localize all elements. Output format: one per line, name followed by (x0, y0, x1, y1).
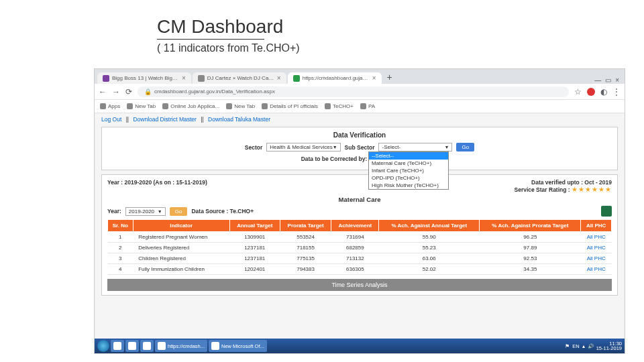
taskbar-app[interactable]: New Microsoft Of... (209, 340, 267, 352)
taskbar-app[interactable] (111, 340, 124, 352)
powerpoint-icon (211, 342, 219, 350)
dropdown-option[interactable]: --Select-- (369, 152, 448, 160)
tab-label: Bigg Boss 13 | Watch Bigg Boss (112, 75, 179, 81)
bookmark-item[interactable]: New Tab (226, 103, 255, 109)
logout-link[interactable]: Log Out (101, 116, 121, 123)
col-header: Achievement (331, 220, 379, 232)
extension-icon[interactable] (587, 88, 595, 96)
reload-icon[interactable]: ⟳ (125, 87, 132, 97)
bookmark-item[interactable]: Details of PI officials (262, 103, 318, 109)
close-icon[interactable]: × (277, 74, 281, 82)
col-header: % Ach. Against Annual Target (379, 220, 480, 232)
all-phc-link[interactable]: All PHC (581, 243, 612, 253)
browser-window: Bigg Boss 13 | Watch Bigg Boss× DJ Carte… (94, 68, 625, 354)
bookmark-item[interactable]: New Tab (127, 103, 156, 109)
go-button[interactable]: Go (456, 143, 474, 152)
tray-flag-icon[interactable]: ⚑ (565, 343, 570, 349)
dropdown-option[interactable]: Maternal Care (TeCHO+) (369, 160, 448, 167)
sector-select[interactable]: Health & Medical Services▼ (266, 143, 340, 152)
corrected-by-label: Data to be Corrected by: (301, 156, 368, 162)
url-text: cmdashboard.gujarat.gov.in/Data_Verifica… (154, 88, 275, 95)
tray-lang[interactable]: EN (572, 343, 579, 349)
minimize-icon[interactable]: — (594, 76, 601, 84)
table-row: 2Deliveries Registered123718171815568285… (108, 243, 612, 253)
dropdown-option[interactable]: Infant Care (TeCHO+) (369, 167, 448, 174)
explorer-icon (128, 342, 136, 350)
back-icon[interactable]: ← (99, 87, 107, 97)
dropdown-option[interactable]: OPD-IPD (TeCHO+) (369, 174, 448, 182)
globe-icon (162, 103, 168, 109)
chrome-icon (158, 342, 166, 350)
col-header: Indicator (133, 220, 229, 232)
download-district-link[interactable]: Download District Master (133, 116, 196, 123)
close-icon[interactable]: × (372, 74, 376, 82)
tab-favicon (198, 75, 205, 82)
bookmark-star-icon[interactable]: ☆ (574, 87, 582, 97)
bookmark-item[interactable]: TeCHO+ (325, 103, 354, 109)
download-taluka-link[interactable]: Download Taluka Master (208, 116, 270, 123)
section-title: Maternal Care (107, 196, 612, 203)
excel-export-icon[interactable] (601, 206, 612, 217)
year-select-label: Year: (107, 208, 121, 215)
time-series-button[interactable]: Time Series Analysis (107, 279, 612, 291)
tab-label: https://cmdashboard.gujarat.go (303, 75, 370, 81)
taskbar-app[interactable]: https://cmdash... (155, 340, 207, 352)
slide-subtitle: ( 11 indicators from Te.CHO+) (157, 42, 300, 54)
all-phc-link[interactable]: All PHC (581, 264, 612, 275)
globe-icon (325, 103, 331, 109)
card-title: Data Verification (107, 131, 612, 139)
slide-title: CM Dashboard (157, 16, 283, 38)
subsector-select[interactable]: -Select-▼ (378, 143, 452, 152)
taskbar-app[interactable] (140, 340, 154, 352)
rating-label: Service Star Rating : (514, 186, 570, 193)
all-phc-link[interactable]: All PHC (581, 253, 612, 264)
close-window-icon[interactable]: × (615, 76, 619, 84)
tab-item[interactable]: Bigg Boss 13 | Watch Bigg Boss× (97, 72, 191, 84)
window-controls: — ▭ × (594, 76, 622, 84)
maximize-icon[interactable]: ▭ (605, 76, 611, 84)
bookmark-item[interactable]: Online Job Applica... (162, 103, 219, 109)
chevron-down-icon: ▼ (158, 209, 162, 214)
forward-icon[interactable]: → (112, 87, 120, 97)
tray-chevron-icon[interactable]: ▴ (582, 343, 585, 349)
chevron-down-icon: ▼ (445, 145, 449, 149)
dropdown-option[interactable]: High Risk Mother (TeCHO+) (369, 182, 448, 189)
url-input[interactable]: 🔒 cmdashboard.gujarat.gov.in/Data_Verifi… (138, 86, 569, 97)
close-icon[interactable]: × (182, 74, 186, 82)
indicators-table: Sr. No Indicator Annual Target Prorata T… (107, 219, 612, 275)
sector-label: Sector (245, 144, 262, 151)
taskbar-app[interactable] (125, 340, 139, 352)
system-tray: ⚑ EN ▴ 🔊 11:30 15-11-2019 (565, 341, 622, 351)
tab-label: DJ Cartez × Watch DJ Cartez D (207, 75, 274, 81)
page-content: Log Out || Download District Master || D… (95, 113, 625, 339)
tray-clock[interactable]: 11:30 15-11-2019 (596, 341, 622, 351)
col-header: % Ach. Against Prorata Target (480, 220, 581, 232)
go-button-2[interactable]: Go (170, 207, 188, 216)
tab-favicon (293, 75, 300, 82)
bookmarks-bar: Apps New Tab Online Job Applica... New T… (95, 100, 625, 113)
word-icon (143, 342, 151, 350)
profile-icon[interactable]: ◐ (600, 87, 607, 97)
subsector-label: Sub Sector (345, 144, 375, 151)
tab-item[interactable]: DJ Cartez × Watch DJ Cartez D× (193, 72, 286, 84)
filter-card: Data Verification Sector Health & Medica… (101, 127, 618, 170)
subsector-dropdown: --Select-- Maternal Care (TeCHO+) Infant… (368, 152, 449, 190)
globe-icon (127, 103, 133, 109)
menu-icon[interactable]: ⋮ (612, 87, 621, 97)
globe-icon (360, 103, 366, 109)
verified-upto: Data verified upto : Oct - 2019 (514, 179, 612, 186)
top-links: Log Out || Download District Master || D… (101, 116, 618, 123)
year-select[interactable]: 2019-2020▼ (125, 207, 166, 216)
tray-network-icon[interactable]: 🔊 (588, 343, 594, 349)
globe-icon (262, 103, 268, 109)
bookmark-item[interactable]: Apps (100, 103, 120, 109)
col-header: Sr. No (108, 220, 133, 232)
year-asof: Year : 2019-2020 (As on : 15-11-2019) (107, 179, 207, 193)
globe-icon (226, 103, 232, 109)
title-underline (157, 39, 264, 40)
tab-item-active[interactable]: https://cmdashboard.gujarat.go× (288, 72, 382, 84)
all-phc-link[interactable]: All PHC (581, 232, 612, 243)
start-button[interactable] (97, 340, 109, 352)
bookmark-item[interactable]: PA (360, 103, 375, 109)
new-tab-button[interactable]: + (383, 70, 396, 84)
